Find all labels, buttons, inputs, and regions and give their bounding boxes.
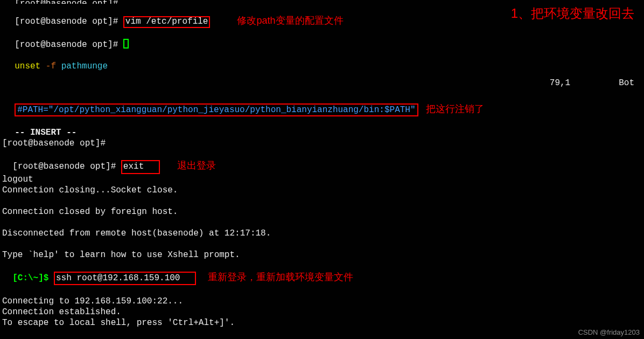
cmd-highlight: vim /etc/profile <box>123 16 211 28</box>
annotation: 重新登录，重新加载环境变量文件 <box>208 272 353 282</box>
terminal-output: Type `help' to learn how to use Xshell p… <box>0 250 644 260</box>
spacer <box>0 72 644 92</box>
cmd-highlight: exit <box>121 160 160 174</box>
cmd-text: ssh root@192.168.159.100 <box>56 273 180 283</box>
cursor-icon <box>123 39 129 49</box>
terminal-line-ssh: [C:\~]$ ssh root@192.168.159.100重新登录，重新加… <box>0 260 644 286</box>
cmd-text: vim /etc/profile <box>125 17 208 26</box>
vim-cursor-pos: 79,1Bot <box>550 78 634 88</box>
prompt-text: [root@basenode opt]# <box>15 0 118 4</box>
prompt: [root@basenode opt]# <box>12 162 121 171</box>
prompt: [root@basenode opt]# <box>15 40 123 50</box>
local-prompt: [C:\~]$ <box>12 273 54 283</box>
scroll-pos: Bot <box>619 78 634 88</box>
spacer <box>0 328 644 339</box>
page-title: 1、把环境变量改回去 <box>511 5 634 22</box>
terminal-output: Connection closed by foreign host. <box>0 206 644 217</box>
terminal-output: Connecting to 192.168.159.100:22... <box>0 296 644 307</box>
comment-hash: # <box>17 105 23 115</box>
terminal-output: Connection closing...Socket close. <box>0 185 644 196</box>
spacer <box>0 285 644 296</box>
pos-text: 79,1 <box>550 78 570 88</box>
terminal-output: logout <box>0 174 644 185</box>
terminal-line-empty: [root@basenode opt]# <box>0 28 644 50</box>
terminal-output: Disconnected from remote host(basenode) … <box>0 228 644 239</box>
terminal-output: To escape to local shell, press 'Ctrl+Al… <box>0 317 644 328</box>
mode-text: -- INSERT -- <box>15 128 76 137</box>
watermark: CSDN @friday1203 <box>578 328 640 337</box>
spacer <box>0 196 644 206</box>
vim-content-path: #PATH="/opt/python_xiangguan/python_jiey… <box>0 92 644 116</box>
prompt: [root@basenode opt]# <box>2 139 106 148</box>
vim-content-unset: unset -f pathmunge <box>0 50 644 72</box>
terminal-line: [root@basenode opt]# <box>0 138 644 149</box>
terminal-line-exit: [root@basenode opt]# exit退出登录 <box>0 149 644 174</box>
terminal-prompt: [root@basenode opt]# <box>0 0 644 4</box>
spacer <box>0 217 644 228</box>
cmd-highlight: ssh root@192.168.159.100 <box>54 272 196 286</box>
vim-mode: -- INSERT -- <box>0 116 644 138</box>
cmd-text: exit <box>123 162 144 171</box>
prompt: [root@basenode opt]# <box>15 17 123 26</box>
annotation: 退出登录 <box>177 160 216 171</box>
annotation: 把这行注销了 <box>426 103 484 114</box>
annotation: 修改path变量的配置文件 <box>237 15 343 26</box>
keyword: unset <box>15 61 46 71</box>
comment-body: PATH="/opt/python_xiangguan/python_jieya… <box>23 105 416 115</box>
spacer <box>0 239 644 250</box>
cmd-highlight: #PATH="/opt/python_xiangguan/python_jiey… <box>15 103 418 116</box>
flag: -f <box>46 61 61 71</box>
terminal-output: Connection established. <box>0 307 644 317</box>
arg: pathmunge <box>61 61 108 71</box>
